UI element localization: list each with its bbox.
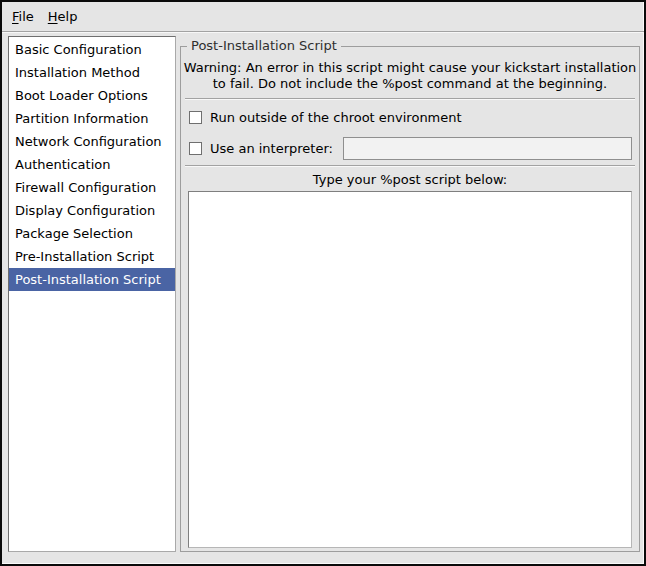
warning-line-1: Warning: An error in this script might c… — [181, 60, 639, 76]
sidebar-item-display-configuration[interactable]: Display Configuration — [9, 199, 175, 222]
sidebar-item-post-installation-script[interactable]: Post-Installation Script — [9, 268, 175, 291]
run-outside-chroot-row: Run outside of the chroot environment — [189, 107, 462, 127]
groupbox-title: Post-Installation Script — [187, 38, 341, 54]
sidebar-item-basic-configuration[interactable]: Basic Configuration — [9, 38, 175, 61]
post-install-groupbox: Post-Installation Script Warning: An err… — [180, 46, 640, 552]
interpreter-input[interactable] — [343, 137, 632, 160]
sidebar-item-authentication[interactable]: Authentication — [9, 153, 175, 176]
sidebar-item-firewall-configuration[interactable]: Firewall Configuration — [9, 176, 175, 199]
sidebar-item-installation-method[interactable]: Installation Method — [9, 61, 175, 84]
sidebar-item-pre-installation-script[interactable]: Pre-Installation Script — [9, 245, 175, 268]
use-interpreter-row: Use an interpreter: — [189, 135, 632, 161]
script-prompt-label: Type your %post script below: — [181, 172, 639, 187]
kickstart-configurator-window: File Help Basic ConfigurationInstallatio… — [0, 0, 646, 566]
sidebar-item-partition-information[interactable]: Partition Information — [9, 107, 175, 130]
separator — [185, 165, 635, 167]
sidebar-item-network-configuration[interactable]: Network Configuration — [9, 130, 175, 153]
use-interpreter-label: Use an interpreter: — [210, 141, 333, 156]
use-interpreter-checkbox[interactable] — [189, 142, 202, 155]
menu-help[interactable]: Help — [41, 5, 85, 28]
config-section-list[interactable]: Basic ConfigurationInstallation MethodBo… — [8, 36, 176, 552]
warning-text: Warning: An error in this script might c… — [181, 60, 639, 92]
menu-file[interactable]: File — [5, 5, 41, 28]
run-outside-chroot-label: Run outside of the chroot environment — [210, 110, 462, 125]
sidebar-item-package-selection[interactable]: Package Selection — [9, 222, 175, 245]
sidebar-item-boot-loader-options[interactable]: Boot Loader Options — [9, 84, 175, 107]
warning-line-2: to fail. Do not include the %post comman… — [181, 76, 639, 92]
menubar: File Help — [2, 2, 644, 32]
post-script-textarea[interactable] — [188, 191, 632, 548]
separator — [185, 98, 635, 100]
run-outside-chroot-checkbox[interactable] — [189, 111, 202, 124]
